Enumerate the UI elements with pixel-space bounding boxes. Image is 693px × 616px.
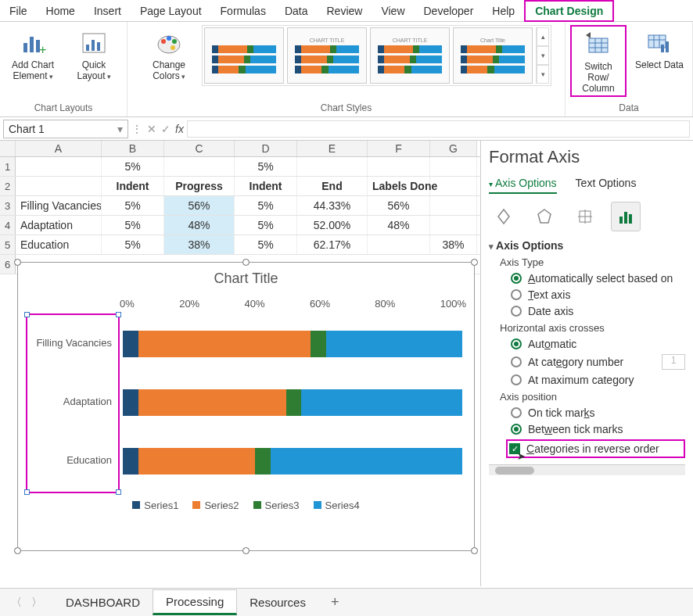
fx-expand-icon[interactable]: ⋮ bbox=[131, 123, 142, 135]
format-axis-pane: Format Axis ▾Axis Options Text Options A… bbox=[480, 141, 693, 586]
pane-title: Format Axis bbox=[489, 147, 685, 167]
style-thumb-2[interactable]: CHART TITLE bbox=[287, 27, 367, 84]
formula-bar: Chart 1▾ ⋮ ✕ ✓ fx bbox=[0, 117, 693, 141]
chart-legend[interactable]: Series1 Series2 Series3 Series4 bbox=[18, 493, 474, 518]
column-headers: A B C D E F G bbox=[0, 141, 480, 157]
fill-line-icon[interactable] bbox=[489, 202, 519, 231]
switch-row-column-button[interactable]: Switch Row/ Column bbox=[570, 25, 627, 97]
tab-chart-design[interactable]: Chart Design bbox=[524, 0, 614, 22]
fx-label: fx bbox=[175, 123, 184, 135]
chart-title[interactable]: Chart Title bbox=[18, 263, 474, 290]
sheet-tab-bar: 〈 〉 DASHBOARD Processing Resources + bbox=[0, 588, 693, 616]
opt-date-axis[interactable]: Date axis bbox=[511, 305, 685, 317]
svg-rect-30 bbox=[629, 214, 632, 224]
tab-page-layout[interactable]: Page Layout bbox=[131, 2, 211, 20]
svg-point-11 bbox=[172, 39, 177, 44]
svg-rect-22 bbox=[661, 45, 664, 52]
fx-confirm-icon[interactable]: ✓ bbox=[161, 123, 171, 135]
bar-row[interactable] bbox=[123, 331, 462, 357]
opt-between-tick-marks[interactable]: Between tick marks bbox=[511, 423, 685, 435]
tab-developer[interactable]: Developer bbox=[415, 2, 483, 20]
fx-controls: ⋮ ✕ ✓ fx bbox=[131, 123, 184, 135]
tab-formulas[interactable]: Formulas bbox=[211, 2, 275, 20]
style-thumb-1[interactable] bbox=[204, 27, 284, 84]
quick-layout-button[interactable]: Quick Layout bbox=[66, 25, 122, 83]
embedded-chart[interactable]: Chart Title 0%20%40%60%80%100% Filling V… bbox=[17, 262, 475, 551]
plot-area[interactable]: 0%20%40%60%80%100% Filling Vacancies Ada… bbox=[26, 290, 466, 493]
svg-rect-29 bbox=[624, 212, 627, 224]
sheet-nav-prev[interactable]: 〈 bbox=[11, 596, 22, 610]
group-label: Chart Layouts bbox=[34, 101, 93, 115]
category-label: Filling Vacancies bbox=[26, 337, 112, 349]
svg-rect-5 bbox=[86, 45, 89, 51]
effects-icon[interactable] bbox=[530, 202, 559, 231]
select-data-icon bbox=[644, 27, 675, 59]
palette-icon bbox=[155, 27, 183, 59]
pane-h-scrollbar[interactable] bbox=[489, 464, 685, 475]
tab-home[interactable]: Home bbox=[37, 2, 84, 20]
tab-file[interactable]: File bbox=[0, 2, 37, 20]
quick-layout-icon bbox=[80, 27, 108, 59]
svg-rect-28 bbox=[619, 217, 623, 224]
svg-rect-23 bbox=[666, 41, 669, 52]
add-chart-element-button[interactable]: + Add Chart Element bbox=[5, 25, 61, 83]
tab-data[interactable]: Data bbox=[275, 2, 318, 20]
x-axis-ticks: 0%20%40%60%80%100% bbox=[120, 298, 466, 310]
fx-cancel-icon[interactable]: ✕ bbox=[147, 123, 156, 135]
sheet-nav-next[interactable]: 〉 bbox=[31, 596, 42, 610]
pane-tab-text-options[interactable]: Text Options bbox=[576, 174, 637, 194]
group-label: Data bbox=[619, 101, 638, 115]
axis-options-icon[interactable] bbox=[611, 202, 641, 231]
gallery-up[interactable]: ▴ bbox=[537, 27, 549, 46]
svg-marker-24 bbox=[538, 210, 551, 223]
add-chart-element-icon: + bbox=[19, 27, 47, 59]
sheet-tab-resources[interactable]: Resources bbox=[237, 591, 318, 614]
add-sheet-button[interactable]: + bbox=[318, 594, 352, 611]
opt-at-category-number[interactable]: At category number1 bbox=[511, 354, 685, 370]
group-chart-layouts: + Add Chart Element Quick Layout Chart L… bbox=[0, 22, 127, 116]
category-label: Adaptation bbox=[26, 396, 112, 407]
svg-rect-13 bbox=[589, 38, 608, 52]
group-data: Switch Row/ Column Select Data Data bbox=[566, 22, 693, 116]
tab-review[interactable]: Review bbox=[318, 2, 372, 20]
bar-row[interactable] bbox=[123, 448, 462, 475]
gallery-down[interactable]: ▾ bbox=[537, 46, 549, 65]
svg-text:+: + bbox=[39, 43, 46, 56]
tab-view[interactable]: View bbox=[372, 2, 414, 20]
chart-style-gallery[interactable]: CHART TITLE CHART TITLE Chart Title bbox=[202, 25, 551, 86]
pane-tab-axis-options[interactable]: ▾Axis Options bbox=[489, 174, 557, 194]
change-colors-button[interactable]: Change Colors bbox=[141, 25, 197, 83]
style-thumb-4[interactable]: Chart Title bbox=[453, 27, 533, 84]
bar-row[interactable] bbox=[123, 389, 462, 416]
select-data-button[interactable]: Select Data bbox=[631, 25, 688, 72]
group-label: Chart Styles bbox=[321, 101, 372, 115]
formula-input[interactable] bbox=[187, 120, 690, 138]
name-box[interactable]: Chart 1▾ bbox=[3, 120, 128, 138]
worksheet[interactable]: A B C D E F G 15%5% 2IndentProgressInden… bbox=[0, 141, 480, 586]
label-axis-position: Axis position bbox=[500, 391, 685, 403]
tab-help[interactable]: Help bbox=[483, 2, 524, 20]
tab-insert[interactable]: Insert bbox=[84, 2, 131, 20]
svg-rect-6 bbox=[92, 40, 95, 51]
style-thumb-3[interactable]: CHART TITLE bbox=[370, 27, 450, 84]
group-chart-styles: Change Colors CHART TITLE CHART TITLE bbox=[127, 22, 566, 116]
ribbon: + Add Chart Element Quick Layout Chart L… bbox=[0, 22, 693, 117]
sheet-tab-processing[interactable]: Processing bbox=[153, 589, 237, 615]
ribbon-tabs: File Home Insert Page Layout Formulas Da… bbox=[0, 0, 693, 22]
switch-row-column-icon bbox=[583, 28, 614, 61]
opt-text-axis[interactable]: Text axis bbox=[511, 288, 685, 301]
sheet-tab-dashboard[interactable]: DASHBOARD bbox=[53, 591, 153, 614]
svg-point-9 bbox=[161, 39, 166, 44]
opt-auto-select[interactable]: Automatically select based on bbox=[511, 272, 685, 285]
svg-rect-1 bbox=[30, 37, 34, 52]
gallery-more[interactable]: ▾ bbox=[537, 65, 549, 84]
section-axis-options[interactable]: Axis Options bbox=[489, 239, 685, 252]
opt-categories-reverse[interactable]: ✓ Categories in reverse order ➤ bbox=[506, 439, 685, 458]
opt-at-max-category[interactable]: At maximum category bbox=[511, 374, 685, 386]
opt-on-tick-marks[interactable]: On tick marks bbox=[511, 406, 685, 419]
svg-rect-0 bbox=[23, 43, 27, 52]
opt-h-automatic[interactable]: Automatic bbox=[511, 338, 685, 350]
svg-point-12 bbox=[171, 45, 175, 50]
label-axis-type: Axis Type bbox=[500, 256, 685, 268]
size-properties-icon[interactable] bbox=[570, 202, 600, 231]
